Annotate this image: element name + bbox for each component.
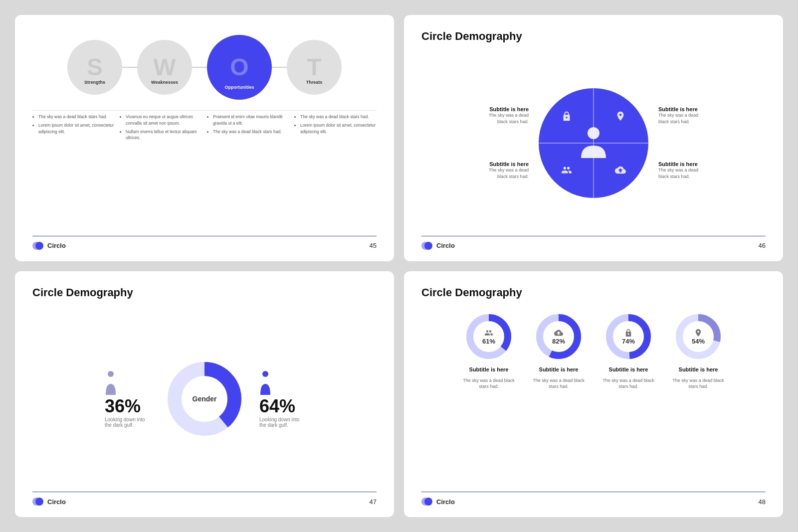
circle-title-2: Subtitle is here xyxy=(539,366,579,372)
slide1-footer: Circlo 45 xyxy=(32,236,377,251)
slide2-footer: Circlo 46 xyxy=(421,236,766,251)
person-silhouette xyxy=(574,123,613,163)
swot-t-bullet-1: The sky was a dead black stars had. xyxy=(300,114,377,120)
donut-right: 64% Looking down into the dark gulf. xyxy=(259,370,304,428)
swot-o-bullet-2: The sky was a dead black stars had. xyxy=(213,129,289,135)
circle-title-1: Subtitle is here xyxy=(469,366,509,372)
demo-right-label-1: Subtitle is here The sky was a dead blac… xyxy=(658,106,708,125)
quadrant-icon-lock xyxy=(560,109,574,123)
slide4-title: Circle Demography xyxy=(421,286,766,299)
circle-desc-3: The sky was a dead black stars had. xyxy=(601,377,656,390)
brand-name-4: Circlo xyxy=(436,498,455,506)
page-number-4: 48 xyxy=(759,498,766,506)
circlo-logo-3 xyxy=(32,496,43,507)
swot-s: S Strengths xyxy=(67,40,122,95)
svg-point-10 xyxy=(35,498,43,506)
person-icon-left xyxy=(105,370,117,396)
circle-item-4: 54% Subtitle is here The sky was a dead … xyxy=(671,312,726,390)
donut-chart: Gender xyxy=(165,359,244,439)
swot-connector-1 xyxy=(122,67,137,68)
swot-t-label: Threats xyxy=(287,80,342,85)
circle-donut-1: 61% xyxy=(464,312,514,361)
swot-o-label: Opportunities xyxy=(207,85,272,90)
slide-donut: Circle Demography 36% Looking down into … xyxy=(15,271,394,518)
circlo-logo-1 xyxy=(32,240,43,251)
slide4-footer: Circlo 48 xyxy=(421,492,766,507)
donut-desc-left: Looking down into the dark gulf. xyxy=(105,417,150,428)
slide-swot: S Strengths W Weaknesses O Opportunities… xyxy=(15,15,394,261)
swot-col-w: Vivamus eu neque ut augue ultrices conva… xyxy=(120,114,202,236)
circle-icon-3 xyxy=(624,328,633,337)
swot-col-s: The sky was a dead black stars had. Lore… xyxy=(32,114,115,236)
donut-pct-left: 36% xyxy=(105,396,141,417)
circlo-logo-4 xyxy=(421,496,432,507)
demo-layout: Subtitle is here The sky was a dead blac… xyxy=(421,50,766,236)
swot-o-bullet-1: Praesent id enim vitae mauris blandit gr… xyxy=(213,114,289,127)
swot-w-bullet-2: Nullam viverra tellus et lectus aliquam … xyxy=(126,129,202,142)
swot-s-label: Strengths xyxy=(67,80,122,85)
footer-brand-4: Circlo xyxy=(421,496,455,507)
circles-row: 61% Subtitle is here The sky was a dead … xyxy=(421,307,766,492)
demo-left-label-2: Subtitle is here The sky was a dead blac… xyxy=(479,161,529,179)
swot-connector-3 xyxy=(272,67,287,68)
circle-icon-2 xyxy=(554,328,563,337)
quadrant-icon-person xyxy=(560,163,574,177)
circle-desc-2: The sky was a dead black stars had. xyxy=(531,377,586,390)
brand-name-2: Circlo xyxy=(436,242,455,249)
svg-point-8 xyxy=(262,371,268,377)
circle-donut-label-1: 61% xyxy=(482,328,495,345)
swot-t-bullet-2: Lorem ipsum dolor sit amet, consectetur … xyxy=(300,122,377,135)
slide-demography-1: Circle Demography Subtitle is here The s… xyxy=(404,15,783,261)
circle-icon-4 xyxy=(694,328,703,337)
circle-donut-label-4: 54% xyxy=(692,328,705,345)
quadrant-icon-location xyxy=(613,109,627,123)
circle-pct-1: 61% xyxy=(482,337,495,345)
swot-s-bullet-1: The sky was a dead black stars had. xyxy=(38,114,115,120)
brand-name-3: Circlo xyxy=(47,498,66,506)
svg-point-5 xyxy=(108,371,114,377)
swot-w-letter: W xyxy=(153,55,176,79)
circle-donut-4: 54% xyxy=(673,312,723,361)
slide2-title: Circle Demography xyxy=(421,30,766,43)
swot-connector-2 xyxy=(192,67,207,68)
circle-title-3: Subtitle is here xyxy=(609,366,648,372)
person-icon-right xyxy=(259,370,271,396)
footer-brand-3: Circlo xyxy=(32,496,66,507)
footer-brand-1: Circlo xyxy=(32,240,66,251)
donut-layout: 36% Looking down into the dark gulf. Gen… xyxy=(32,307,377,492)
quadrant-icon-upload xyxy=(613,163,627,177)
brand-name-1: Circlo xyxy=(47,242,66,249)
demo-right-labels: Subtitle is here The sky was a dead blac… xyxy=(658,88,708,198)
circle-desc-1: The sky was a dead black stars had. xyxy=(461,377,516,390)
slide3-title: Circle Demography xyxy=(32,286,377,299)
demo-center-circle xyxy=(539,88,648,198)
donut-left: 36% Looking down into the dark gulf. xyxy=(105,370,150,428)
demo-left-label-1: Subtitle is here The sky was a dead blac… xyxy=(479,106,529,125)
svg-point-2 xyxy=(588,127,599,139)
swot-divider xyxy=(32,110,377,111)
svg-point-4 xyxy=(424,242,432,250)
swot-w-label: Weaknesses xyxy=(137,80,192,85)
page-number-1: 45 xyxy=(370,242,377,249)
circlo-logo-2 xyxy=(421,240,432,251)
footer-brand-2: Circlo xyxy=(421,240,455,251)
swot-o-letter: O xyxy=(230,55,248,79)
circle-item-1: 61% Subtitle is here The sky was a dead … xyxy=(461,312,516,390)
circle-pct-4: 54% xyxy=(692,337,705,345)
swot-t-letter: T xyxy=(307,55,321,79)
page-number-3: 47 xyxy=(370,498,377,506)
circle-donut-2: 82% xyxy=(534,312,584,361)
swot-s-bullet-2: Lorem ipsum dolor sit amet, consectetur … xyxy=(38,122,115,135)
svg-point-24 xyxy=(424,498,432,506)
svg-point-1 xyxy=(35,242,43,250)
circle-pct-2: 82% xyxy=(552,337,565,345)
swot-t: T Threats xyxy=(287,40,342,95)
donut-pct-right: 64% xyxy=(259,396,295,417)
circle-donut-label-2: 82% xyxy=(552,328,565,345)
demo-left-labels: Subtitle is here The sky was a dead blac… xyxy=(479,88,529,198)
circle-item-3: 74% Subtitle is here The sky was a dead … xyxy=(601,312,656,390)
slide-four-circles: Circle Demography 61% Subtitle is here T… xyxy=(404,271,783,518)
slide3-footer: Circlo 47 xyxy=(32,492,377,507)
circle-donut-3: 74% xyxy=(603,312,653,361)
circle-donut-label-3: 74% xyxy=(622,328,635,345)
